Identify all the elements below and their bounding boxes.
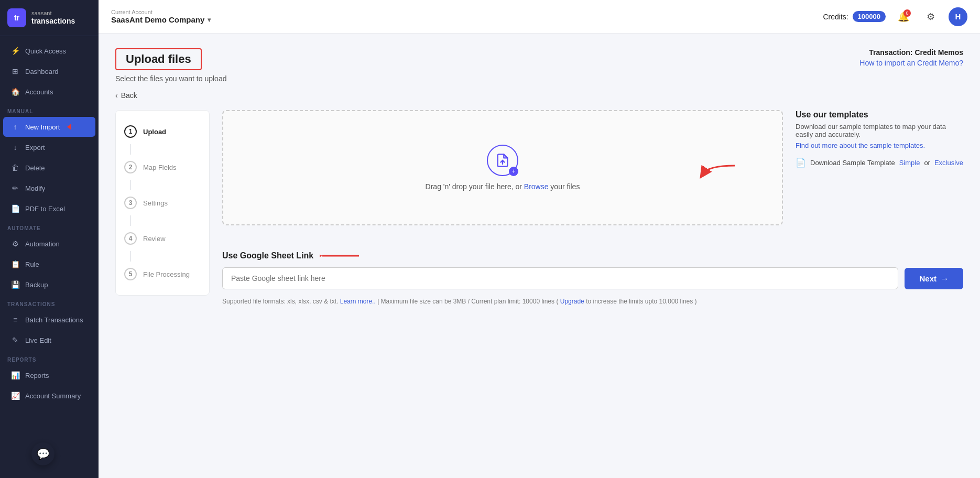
sidebar-item-live-edit[interactable]: ✎ Live Edit [3, 330, 95, 350]
step-connector-1 [130, 144, 131, 155]
chat-bubble-button[interactable]: 💬 [31, 442, 55, 465]
google-sheet-row: Next → [222, 267, 963, 289]
rule-icon: 📋 [10, 259, 20, 269]
home-icon: 🏠 [10, 87, 20, 96]
back-button[interactable]: ‹ Back [115, 91, 963, 100]
google-sheet-input[interactable] [222, 267, 898, 289]
wizard-layout: 1 Upload 2 Map Fields 3 Settings 4 Revie… [115, 110, 963, 305]
browse-arrow-annotation [698, 160, 740, 187]
transactions-section-label: TRANSACTIONS [0, 295, 99, 309]
sidebar-item-pdf-to-excel[interactable]: 📄 PDF to Excel [3, 199, 95, 219]
sidebar-item-dashboard[interactable]: ⊞ Dashboard [3, 61, 95, 81]
reports-section-label: REPORTS [0, 351, 99, 365]
footer-note: Supported file formats: xls, xlsx, csv &… [222, 298, 963, 305]
logo-icon: tr [7, 8, 26, 27]
company-selector[interactable]: SaasAnt Demo Company ▾ [111, 15, 211, 24]
step-4-circle: 4 [124, 232, 137, 245]
templates-link[interactable]: Find out more about the sample templates… [796, 142, 963, 149]
modify-icon: ✏ [10, 183, 20, 193]
upload-row: + Drag 'n' drop your file here, or Brows… [222, 110, 963, 238]
page-header: Upload files Transaction: Credit Memos H… [115, 48, 963, 70]
sidebar-item-backup[interactable]: 💾 Backup [3, 275, 95, 295]
wizard-step-3: 3 Settings [116, 190, 209, 215]
templates-title: Use our templates [796, 110, 963, 120]
sidebar: tr saasant transactions ⚡ Quick Access ⊞… [0, 0, 99, 478]
reports-icon: 📊 [10, 371, 20, 380]
file-upload-svg [495, 153, 510, 168]
dropzone-wrapper: + Drag 'n' drop your file here, or Brows… [222, 110, 783, 238]
exclusive-template-link[interactable]: Exclusive [934, 159, 963, 167]
automate-section-label: AUTOMATE [0, 219, 99, 233]
step-2-circle: 2 [124, 161, 137, 173]
template-download-row: 📄 Download Sample Template Simple or Exc… [796, 158, 963, 168]
sidebar-item-quick-access[interactable]: ⚡ Quick Access [3, 41, 95, 61]
step-1-circle: 1 [124, 125, 137, 138]
google-sheet-label: Use Google Sheet Link [222, 251, 963, 261]
plus-badge-icon: + [509, 167, 518, 176]
settings-button[interactable]: ⚙ [921, 7, 940, 26]
step-connector-3 [130, 215, 131, 226]
step-5-circle: 5 [124, 268, 137, 280]
content-area: Upload files Transaction: Credit Memos H… [99, 34, 980, 478]
sidebar-item-reports[interactable]: 📊 Reports [3, 365, 95, 385]
sidebar-item-export[interactable]: ↓ Export [3, 137, 95, 157]
import-icon: ↑ [10, 122, 20, 132]
step-connector-2 [130, 180, 131, 190]
current-account-label: Current Account SaasAnt Demo Company ▾ [111, 9, 211, 24]
user-avatar[interactable]: H [949, 7, 967, 26]
batch-icon: ≡ [10, 315, 20, 324]
active-arrow-indicator [67, 124, 71, 130]
sidebar-item-automation[interactable]: ⚙ Automation [3, 234, 95, 254]
notifications-button[interactable]: 🔔 0 [894, 7, 913, 26]
header-right: Credits: 100000 🔔 0 ⚙ H [823, 7, 967, 26]
sidebar-item-account-summary[interactable]: 📈 Account Summary [3, 386, 95, 406]
wizard-step-4: 4 Review [116, 226, 209, 251]
header: Current Account SaasAnt Demo Company ▾ C… [99, 0, 980, 34]
wizard-step-5: 5 File Processing [116, 262, 209, 287]
templates-desc: Download our sample templates to map you… [796, 123, 963, 138]
manual-section-label: MANUAL [0, 102, 99, 116]
file-dropzone[interactable]: + Drag 'n' drop your file here, or Brows… [222, 110, 783, 225]
logo-text: saasant transactions [31, 10, 75, 26]
how-to-import-link[interactable]: How to import an Credit Memo? [859, 59, 963, 67]
sidebar-item-rule[interactable]: 📋 Rule [3, 254, 95, 274]
dashboard-icon: ⊞ [10, 67, 20, 76]
sidebar-item-accounts[interactable]: 🏠 Accounts [3, 82, 95, 102]
pdf-icon: 📄 [10, 204, 20, 213]
page-title: Upload files [115, 48, 202, 70]
upload-icon: + [487, 145, 518, 176]
back-chevron-icon: ‹ [115, 91, 118, 100]
main-area: Current Account SaasAnt Demo Company ▾ C… [99, 0, 980, 478]
browse-link[interactable]: Browse [524, 182, 549, 191]
automation-icon: ⚙ [10, 239, 20, 248]
page-subtitle: Select the files you want to upload [115, 74, 963, 83]
document-icon: 📄 [796, 158, 806, 168]
sidebar-item-modify[interactable]: ✏ Modify [3, 178, 95, 198]
learn-more-link[interactable]: Learn more.. [340, 298, 376, 305]
header-left: Current Account SaasAnt Demo Company ▾ [111, 9, 211, 24]
live-edit-icon: ✎ [10, 335, 20, 345]
next-button[interactable]: Next → [905, 268, 963, 289]
wizard-step-1: 1 Upload [116, 119, 209, 144]
backup-icon: 💾 [10, 280, 20, 289]
delete-icon: 🗑 [10, 163, 20, 172]
simple-template-link[interactable]: Simple [899, 159, 920, 167]
sidebar-nav: ⚡ Quick Access ⊞ Dashboard 🏠 Accounts MA… [0, 36, 99, 478]
next-arrow-icon: → [941, 274, 949, 283]
transaction-info: Transaction: Credit Memos [859, 48, 963, 57]
sidebar-item-delete[interactable]: 🗑 Delete [3, 158, 95, 178]
credits-section: Credits: 100000 [823, 11, 886, 22]
dropzone-text: Drag 'n' drop your file here, or Browse … [426, 182, 580, 191]
google-sheet-arrow [320, 251, 362, 261]
chevron-down-icon: ▾ [208, 16, 211, 24]
sidebar-item-new-import[interactable]: ↑ New Import [3, 117, 95, 137]
upload-content: + Drag 'n' drop your file here, or Brows… [222, 110, 963, 305]
export-icon: ↓ [10, 143, 20, 152]
templates-sidebar: Use our templates Download our sample te… [796, 110, 963, 238]
app-logo: tr saasant transactions [0, 0, 99, 36]
step-connector-4 [130, 251, 131, 262]
account-summary-icon: 📈 [10, 391, 20, 400]
upgrade-link[interactable]: Upgrade [560, 298, 584, 305]
sidebar-item-batch-transactions[interactable]: ≡ Batch Transactions [3, 310, 95, 330]
wizard-step-2: 2 Map Fields [116, 155, 209, 180]
